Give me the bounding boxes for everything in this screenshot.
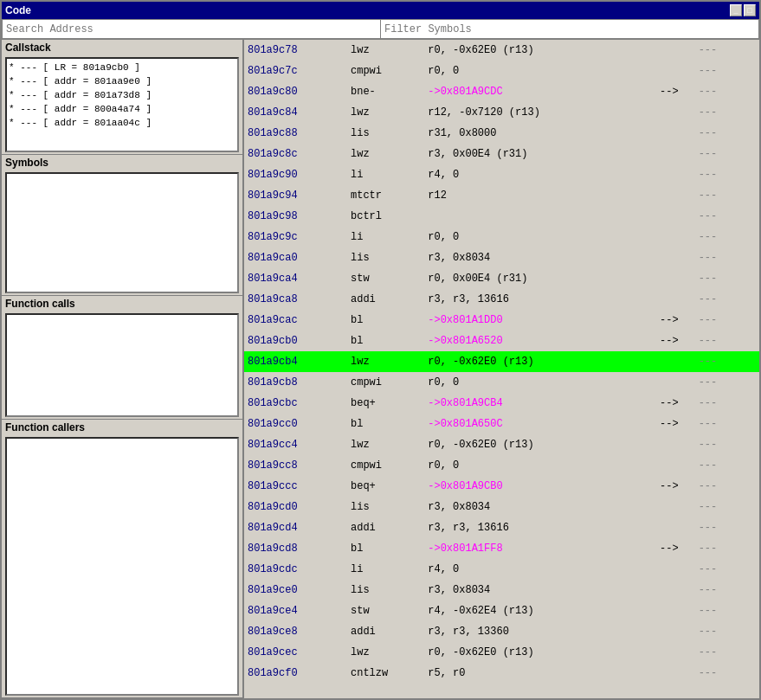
disasm-link[interactable]: ->0x801A9CB0 [428, 480, 502, 492]
disasm-row[interactable]: 801a9ce0lisr3, 0x8034--- [244, 580, 759, 600]
disasm-row[interactable]: 801a9cccbeq+->0x801A9CB0-->--- [244, 476, 759, 497]
disasm-instr: bctrl [347, 206, 424, 227]
title-bar: Code _ □ [2, 2, 759, 19]
disasm-addr: 801a9cc8 [244, 455, 347, 476]
disasm-row[interactable]: 801a9cb0bl->0x801A6520-->--- [244, 331, 759, 351]
disasm-link[interactable]: ->0x801A1FF8 [428, 543, 502, 555]
disasm-link[interactable]: ->0x801A9CB4 [428, 397, 502, 409]
callstack-label: Callstack [2, 40, 242, 55]
disasm-operands: r12, -0x7120 (r13) [424, 102, 656, 123]
disasm-arrow [656, 123, 695, 144]
callstack-item: * --- [ addr = 801a73d8 ] [9, 88, 235, 102]
search-bar [2, 19, 759, 40]
disasm-row[interactable]: 801a9ca0lisr3, 0x8034--- [244, 247, 759, 268]
disasm-instr: beq+ [347, 476, 424, 497]
disasm-row[interactable]: 801a9cc4lwzr0, -0x62E0 (r13)--- [244, 434, 759, 455]
disasm-comment: --- [695, 414, 759, 434]
disasm-row[interactable]: 801a9c78lwzr0, -0x62E0 (r13)--- [244, 40, 759, 61]
disasm-addr: 801a9ce8 [244, 621, 347, 642]
function-calls-label: Function calls [2, 296, 242, 311]
disasm-row[interactable]: 801a9cc0bl->0x801A650C-->--- [244, 414, 759, 434]
disasm-comment: --- [695, 559, 759, 580]
disasm-row[interactable]: 801a9ca4stwr0, 0x00E4 (r31)--- [244, 268, 759, 289]
disasm-comment: --- [695, 144, 759, 164]
disasm-comment: --- [695, 123, 759, 144]
disasm-row[interactable]: 801a9cbcbeq+->0x801A9CB4-->--- [244, 393, 759, 414]
disasm-row[interactable]: 801a9cacbl->0x801A1DD0-->--- [244, 310, 759, 331]
disasm-instr: addi [347, 621, 424, 642]
disasm-row[interactable]: 801a9cc8cmpwir0, 0--- [244, 455, 759, 476]
disasm-row[interactable]: 801a9cb4lwzr0, -0x62E0 (r13)--- [244, 351, 759, 372]
disasm-operands: r12 [424, 185, 656, 206]
disasm-addr: 801a9ccc [244, 476, 347, 497]
disasm-instr: li [347, 227, 424, 247]
disasm-addr: 801a9cc4 [244, 434, 347, 455]
disasm-instr: lis [347, 580, 424, 600]
disasm-addr: 801a9ca8 [244, 289, 347, 310]
disasm-addr: 801a9cb0 [244, 331, 347, 351]
disasm-row[interactable]: 801a9c80bne-->0x801A9CDC-->--- [244, 81, 759, 102]
disasm-row[interactable]: 801a9c9clir0, 0--- [244, 227, 759, 247]
disasm-row[interactable]: 801a9cb8cmpwir0, 0--- [244, 372, 759, 393]
disasm-comment: --- [695, 61, 759, 81]
disasm-row[interactable]: 801a9cf0cntlzwr5, r0--- [244, 663, 759, 684]
disasm-operands: r3, 0x8034 [424, 497, 656, 517]
disasm-link[interactable]: ->0x801A6520 [428, 335, 502, 347]
disasm-addr: 801a9cb8 [244, 372, 347, 393]
maximize-button[interactable]: □ [744, 4, 756, 16]
disasm-row[interactable]: 801a9ce8addir3, r3, 13360--- [244, 621, 759, 642]
disasm-arrow [656, 600, 695, 621]
disasm-operands: r0, 0 [424, 455, 656, 476]
disasm-addr: 801a9cdc [244, 559, 347, 580]
disasm-addr: 801a9cd8 [244, 538, 347, 559]
minimize-button[interactable]: _ [730, 4, 742, 16]
disasm-operands: ->0x801A1DD0 [424, 310, 656, 331]
disasm-instr: bl [347, 310, 424, 331]
disassembly-panel[interactable]: 801a9c78lwzr0, -0x62E0 (r13)---801a9c7cc… [244, 40, 759, 698]
function-callers-content [5, 437, 239, 696]
disasm-addr: 801a9c7c [244, 61, 347, 81]
disasm-operands: r0, -0x62E0 (r13) [424, 40, 656, 61]
disasm-row[interactable]: 801a9c94mtctrr12--- [244, 185, 759, 206]
disasm-operands: r4, 0 [424, 559, 656, 580]
function-callers-section: Function callers [2, 420, 242, 698]
disasm-comment: --- [695, 538, 759, 559]
disasm-arrow [656, 185, 695, 206]
disasm-addr: 801a9c90 [244, 164, 347, 185]
disasm-comment: --- [695, 310, 759, 331]
disasm-link[interactable]: ->0x801A9CDC [428, 86, 502, 98]
title-bar-buttons: _ □ [730, 4, 756, 16]
filter-symbols-input[interactable] [381, 19, 759, 39]
disasm-arrow [656, 206, 695, 227]
disasm-arrow [656, 164, 695, 185]
symbols-label: Symbols [2, 155, 242, 170]
disasm-comment: --- [695, 663, 759, 684]
disasm-operands: ->0x801A9CDC [424, 81, 656, 102]
disasm-arrow [656, 434, 695, 455]
disasm-row[interactable]: 801a9c7ccmpwir0, 0--- [244, 61, 759, 81]
disasm-row[interactable]: 801a9ce4stwr4, -0x62E4 (r13)--- [244, 600, 759, 621]
disasm-row[interactable]: 801a9c8clwzr3, 0x00E4 (r31)--- [244, 144, 759, 164]
disasm-row[interactable]: 801a9cd0lisr3, 0x8034--- [244, 497, 759, 517]
disasm-row[interactable]: 801a9cd8bl->0x801A1FF8-->--- [244, 538, 759, 559]
disasm-row[interactable]: 801a9cd4addir3, r3, 13616--- [244, 517, 759, 538]
disasm-instr: bl [347, 538, 424, 559]
disasm-addr: 801a9c94 [244, 185, 347, 206]
search-address-input[interactable] [2, 19, 381, 39]
main-window: Code _ □ Callstack * --- [ LR = 801a9cb0… [0, 0, 761, 700]
disasm-row[interactable]: 801a9c88lisr31, 0x8000--- [244, 123, 759, 144]
disasm-operands: ->0x801A9CB4 [424, 393, 656, 414]
disasm-addr: 801a9ce0 [244, 580, 347, 600]
disasm-row[interactable]: 801a9c90lir4, 0--- [244, 164, 759, 185]
function-callers-label: Function callers [2, 420, 242, 435]
disasm-row[interactable]: 801a9cdclir4, 0--- [244, 559, 759, 580]
disasm-row[interactable]: 801a9c84lwzr12, -0x7120 (r13)--- [244, 102, 759, 123]
disasm-row[interactable]: 801a9ca8addir3, r3, 13616--- [244, 289, 759, 310]
disasm-link[interactable]: ->0x801A650C [428, 418, 502, 430]
disasm-row[interactable]: 801a9ceclwzr0, -0x62E0 (r13)--- [244, 642, 759, 663]
disasm-link[interactable]: ->0x801A1DD0 [428, 314, 502, 326]
disasm-comment: --- [695, 621, 759, 642]
disasm-row[interactable]: 801a9c98bctrl--- [244, 206, 759, 227]
disasm-comment: --- [695, 227, 759, 247]
disasm-comment: --- [695, 351, 759, 372]
